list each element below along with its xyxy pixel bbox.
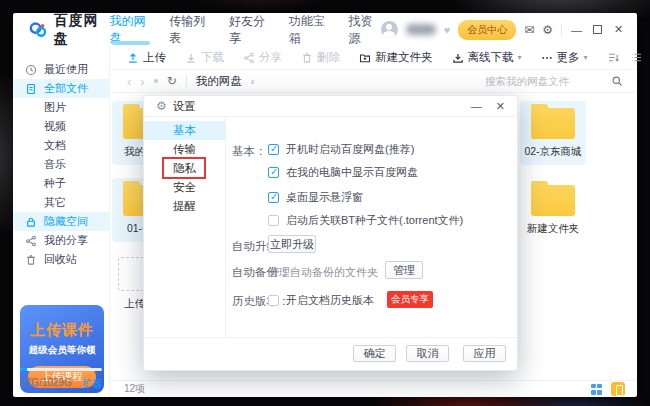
search-box[interactable] (485, 75, 623, 87)
checkbox-checked-icon[interactable] (268, 192, 279, 203)
dialog-tab-transfer[interactable]: 传输 (144, 140, 225, 159)
clock-icon (25, 64, 37, 76)
banner-title: 上传课件 (30, 321, 94, 340)
status-bar: 12项 (110, 380, 637, 397)
share-button[interactable]: 分享 (243, 50, 282, 65)
trash-icon (301, 52, 313, 64)
search-input[interactable] (485, 75, 603, 87)
storage-progress-fill (20, 368, 27, 371)
app-title: 百度网盘 (54, 12, 110, 48)
close-button[interactable]: ✕ (612, 23, 625, 36)
divider (561, 24, 562, 36)
option-bt-association[interactable]: 启动后关联BT种子文件(.torrent文件) (268, 213, 463, 228)
expand-storage-link[interactable]: 扩容 (82, 377, 102, 391)
more-dots-icon (541, 52, 553, 64)
divider (186, 75, 187, 87)
ok-button[interactable]: 确定 (353, 345, 396, 362)
folder-tile-jd[interactable]: 02-京东商城 (520, 101, 586, 165)
tab-friend-share[interactable]: 好友分享 (229, 13, 272, 46)
dialog-tab-basic[interactable]: 基本 (144, 121, 225, 140)
dialog-content: 基本： 开机时启动百度网盘(推荐) 在我的电脑中显示百度网盘 桌面显示悬浮窗 启… (226, 117, 517, 337)
cancel-button[interactable]: 取消 (406, 345, 449, 362)
new-folder-icon (359, 52, 371, 64)
upgrade-now-button[interactable]: 立即升级 (268, 235, 316, 253)
breadcrumb-separator: › (251, 76, 254, 87)
offline-download-icon (452, 52, 464, 64)
search-icon[interactable] (611, 75, 623, 87)
vip-center-button[interactable]: 会员中心 (458, 20, 516, 40)
sidebar-item-music[interactable]: 音乐 (13, 155, 109, 174)
chevron-down-icon: ▾ (518, 53, 522, 62)
item-count: 12项 (124, 382, 145, 396)
refresh-icon[interactable]: ↻ (167, 74, 177, 88)
username-blurred (406, 24, 436, 35)
delete-button[interactable]: 删除 (301, 50, 340, 65)
dialog-tab-privacy[interactable]: 隐私 (144, 159, 225, 178)
tab-find-resources[interactable]: 找资源 (349, 13, 381, 46)
dialog-title: 设置 (173, 99, 196, 114)
list-view-icon[interactable] (630, 51, 643, 64)
manage-backup-button[interactable]: 管理 (385, 261, 423, 279)
titlebar-right: ♥ 会员中心 ✉ ⚙ — ✕ (381, 20, 637, 40)
desktop-background: 百度网盘 我的网盘 传输列表 好友分享 功能宝箱 找资源 ♥ 会员中心 ✉ ⚙ … (0, 0, 650, 406)
sidebar-item-my-shares[interactable]: 我的分享 (13, 231, 109, 250)
baidu-netdisk-logo-icon (29, 20, 48, 40)
folder-icon (531, 108, 575, 139)
checkbox-checked-icon[interactable] (268, 167, 279, 178)
share-icon (25, 235, 37, 247)
new-folder-button[interactable]: 新建文件夹 (359, 50, 433, 65)
settings-gear-icon[interactable]: ⚙ (542, 23, 553, 37)
mobile-app-icon[interactable] (611, 382, 625, 396)
upload-button[interactable]: 上传 (127, 50, 166, 65)
sidebar-item-documents[interactable]: 文档 (13, 136, 109, 155)
tab-my-drive[interactable]: 我的网盘 (110, 13, 153, 46)
checkbox-checked-icon[interactable] (268, 144, 279, 155)
level-badge-icon: ♥ (444, 24, 451, 36)
toolbar: 上传 下载 分享 删除 新建文件夹 (110, 46, 637, 70)
sidebar-item-torrents[interactable]: 种子 (13, 174, 109, 193)
option-float-window[interactable]: 桌面显示悬浮窗 (268, 190, 363, 205)
back-icon[interactable]: ‹ (127, 75, 131, 88)
lock-icon (25, 216, 37, 228)
folder-tile-new[interactable]: 新建文件夹 (520, 178, 586, 242)
maximize-button[interactable] (591, 24, 604, 36)
message-icon[interactable]: ✉ (524, 23, 534, 37)
sidebar-item-hidden-space[interactable]: 隐藏空间 (13, 212, 109, 231)
checkbox-unchecked-icon[interactable] (268, 215, 279, 226)
storage-summary: 27G/1029G 扩容 (20, 368, 102, 391)
sidebar-item-all-files[interactable]: 全部文件 (13, 79, 109, 98)
sidebar: 最近使用 全部文件 图片 视频 文档 音乐 种子 其它 隐藏空间 我的分享 回收 (13, 46, 110, 397)
sidebar-item-pictures[interactable]: 图片 (13, 98, 109, 117)
option-doc-history[interactable]: 开启文档历史版本 (268, 293, 374, 308)
option-autostart[interactable]: 开机时启动百度网盘(推荐) (268, 142, 414, 157)
dialog-close-button[interactable]: ✕ (496, 100, 505, 113)
avatar[interactable] (381, 21, 398, 38)
history-dot-icon[interactable] (154, 79, 158, 83)
sort-icon[interactable] (607, 51, 620, 64)
sidebar-item-recycle-bin[interactable]: 回收站 (13, 250, 109, 269)
trash-icon (25, 254, 37, 266)
sidebar-item-others[interactable]: 其它 (13, 193, 109, 212)
folder-label: 02-京东商城 (524, 145, 581, 159)
tab-toolbox[interactable]: 功能宝箱 (289, 13, 332, 46)
sidebar-item-videos[interactable]: 视频 (13, 117, 109, 136)
storage-usage-text: 27G/1029G (20, 377, 72, 391)
option-show-in-computer[interactable]: 在我的电脑中显示百度网盘 (268, 165, 418, 180)
upload-icon (127, 52, 139, 64)
download-button[interactable]: 下载 (185, 50, 224, 65)
dialog-tab-security[interactable]: 安全 (144, 178, 225, 197)
title-bar: 百度网盘 我的网盘 传输列表 好友分享 功能宝箱 找资源 ♥ 会员中心 ✉ ⚙ … (13, 13, 637, 46)
dialog-tab-reminder[interactable]: 提醒 (144, 197, 225, 216)
tab-transfer-list[interactable]: 传输列表 (169, 13, 212, 46)
minimize-button[interactable]: — (570, 24, 583, 36)
more-button[interactable]: 更多 ▾ (541, 50, 588, 65)
forward-icon[interactable]: › (140, 75, 144, 88)
dialog-header: ⚙ 设置 — ✕ (144, 96, 517, 117)
dialog-minimize-button[interactable]: — (471, 100, 482, 113)
sidebar-item-recent[interactable]: 最近使用 (13, 60, 109, 79)
grid-view-icon[interactable] (591, 384, 602, 395)
offline-download-button[interactable]: 离线下载 ▾ (452, 50, 522, 65)
checkbox-unchecked-icon[interactable] (268, 295, 279, 306)
apply-button[interactable]: 应用 (463, 345, 506, 362)
breadcrumb-root[interactable]: 我的网盘 (196, 74, 242, 89)
